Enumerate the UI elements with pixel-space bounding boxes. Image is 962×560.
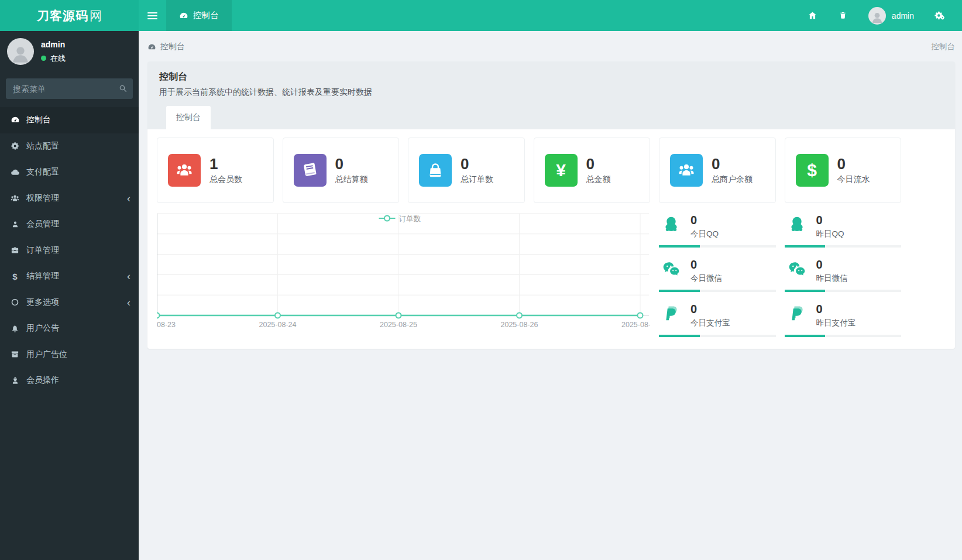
online-status: 在线 [41, 53, 66, 64]
clear-cache-button[interactable] [831, 0, 856, 31]
dashboard-panel: 控制台 用于展示当前系统中的统计数据、统计报表及重要实时数据 控制台 1总会员数 [147, 61, 955, 349]
users-icon [670, 154, 703, 187]
trash-icon [839, 11, 847, 20]
stat-card-total-amount: ¥ 0总金额 [534, 138, 651, 203]
sidebar-menu: 控制台 站点配置 支付配置 权限管理 ‹ 会员管理 订单管理 [0, 107, 139, 394]
menu-label: 支付配置 [26, 167, 59, 177]
menu-label: 用户公告 [26, 323, 59, 334]
mini-stat-today-alipay: 0今日支付宝 [659, 300, 776, 337]
brand-text-light: 网 [90, 8, 102, 24]
tab-dashboard[interactable]: 控制台 [166, 106, 211, 129]
mini-stat-yesterday-wechat: 0昨日微信 [785, 256, 902, 292]
tab-bar: 控制台 [159, 106, 943, 129]
breadcrumb-current[interactable]: 控制台 [147, 42, 185, 52]
home-button[interactable] [800, 0, 825, 31]
sidebar-item-payment-config[interactable]: 支付配置 [0, 159, 139, 185]
online-dot-icon [41, 56, 46, 61]
menu-search-input[interactable] [6, 78, 133, 99]
cogs-icon [934, 11, 945, 20]
sidebar-item-ad-slots[interactable]: 用户广告位 [0, 342, 139, 368]
wechat-icon [786, 258, 808, 292]
mini-value: 0 [816, 303, 856, 316]
sidebar-item-announcements[interactable]: 用户公告 [0, 315, 139, 342]
bell-icon [9, 324, 20, 333]
chevron-left-icon: ‹ [127, 271, 130, 281]
circle-o-icon [9, 298, 20, 307]
qq-icon [660, 214, 682, 248]
tachometer-icon [147, 43, 156, 51]
mini-progress-bar [785, 245, 902, 248]
breadcrumb-label: 控制台 [160, 42, 185, 52]
sidebar-item-permissions[interactable]: 权限管理 ‹ [0, 185, 139, 212]
home-icon [808, 11, 817, 20]
mini-progress-bar [785, 290, 902, 292]
gear-icon [9, 142, 20, 150]
mini-label: 今日QQ [690, 229, 719, 239]
svg-text:2025-08-23: 2025-08-23 [157, 321, 176, 329]
sidebar-username: admin [41, 40, 66, 49]
menu-label: 更多选项 [26, 297, 59, 308]
mini-stat-yesterday-qq: 0昨日QQ [785, 211, 902, 248]
panel-body: 1总会员数 0总结算额 0总订单数 [147, 129, 955, 349]
online-status-label: 在线 [50, 53, 66, 64]
navbar-tab-dashboard[interactable]: 控制台 [166, 0, 232, 31]
stat-card-total-orders: 0总订单数 [408, 138, 525, 203]
chevron-left-icon: ‹ [127, 193, 130, 204]
navbar-tab-label: 控制台 [193, 10, 219, 21]
sidebar-item-members[interactable]: 会员管理 [0, 211, 139, 238]
sidebar: admin 在线 控制台 站点配置 [0, 31, 139, 560]
mini-value: 0 [816, 214, 844, 227]
stat-value: 0 [461, 156, 493, 173]
stat-value: 0 [586, 156, 611, 173]
stat-card-total-settlement: 0总结算额 [283, 138, 400, 203]
brand-logo[interactable]: 刀客源码 网 [0, 0, 139, 31]
yen-icon: ¥ [545, 154, 578, 187]
stat-card-total-members: 1总会员数 [157, 138, 274, 203]
mini-value: 0 [816, 258, 848, 272]
menu-label: 用户广告位 [26, 349, 67, 360]
stat-label: 总会员数 [209, 174, 242, 185]
shopping-bag-icon [419, 154, 452, 187]
breadcrumb: 控制台 控制台 [147, 36, 955, 58]
stat-card-today-revenue: $ 0今日流水 [785, 138, 902, 203]
sidebar-item-site-config[interactable]: 站点配置 [0, 133, 139, 160]
dollar-icon: $ [796, 154, 829, 187]
menu-label: 结算管理 [26, 271, 59, 281]
mini-value: 0 [690, 303, 730, 316]
stat-value: 0 [712, 156, 753, 173]
sidebar-item-member-actions[interactable]: 会员操作 [0, 367, 139, 394]
sidebar-item-orders[interactable]: 订单管理 [0, 238, 139, 264]
breadcrumb-right-label: 控制台 [932, 42, 956, 52]
svg-text:2025-08-24: 2025-08-24 [259, 321, 297, 329]
settings-button[interactable] [927, 0, 951, 31]
svg-text:2025-08-27: 2025-08-27 [621, 321, 650, 329]
mini-stat-yesterday-alipay: 0昨日支付宝 [785, 300, 902, 337]
mini-stat-today-wechat: 0今日微信 [659, 256, 776, 292]
sidebar-toggle-button[interactable] [139, 0, 166, 31]
panel-header: 控制台 用于展示当前系统中的统计数据、统计报表及重要实时数据 控制台 [147, 61, 955, 129]
menu-label: 会员操作 [26, 375, 59, 386]
mini-progress-bar [659, 245, 776, 248]
brand-text-bold: 刀客源码 [37, 8, 88, 24]
sidebar-item-more-options[interactable]: 更多选项 ‹ [0, 290, 139, 316]
mini-progress-bar [659, 335, 776, 337]
menu-label: 权限管理 [26, 193, 59, 204]
sidebar-item-dashboard[interactable]: 控制台 [0, 107, 139, 133]
menu-label: 会员管理 [26, 219, 59, 229]
stat-label: 今日流水 [837, 174, 870, 185]
sidebar-search [6, 78, 133, 99]
user-menu-button[interactable]: admin [861, 7, 921, 25]
mini-label: 昨日微信 [816, 273, 848, 284]
mini-value: 0 [690, 214, 719, 227]
stat-label: 总商户余额 [712, 174, 753, 185]
stat-label: 总金额 [586, 174, 611, 185]
stat-label: 总结算额 [335, 174, 368, 185]
admin-app: 刀客源码 网 控制台 [0, 0, 962, 560]
mini-label: 今日微信 [690, 273, 722, 284]
mini-progress-bar [785, 335, 902, 337]
menu-label: 控制台 [26, 115, 51, 125]
tachometer-icon [9, 115, 20, 125]
sidebar-item-settlement[interactable]: $ 结算管理 ‹ [0, 263, 139, 290]
menu-label: 站点配置 [26, 141, 59, 152]
book-icon [294, 154, 327, 187]
